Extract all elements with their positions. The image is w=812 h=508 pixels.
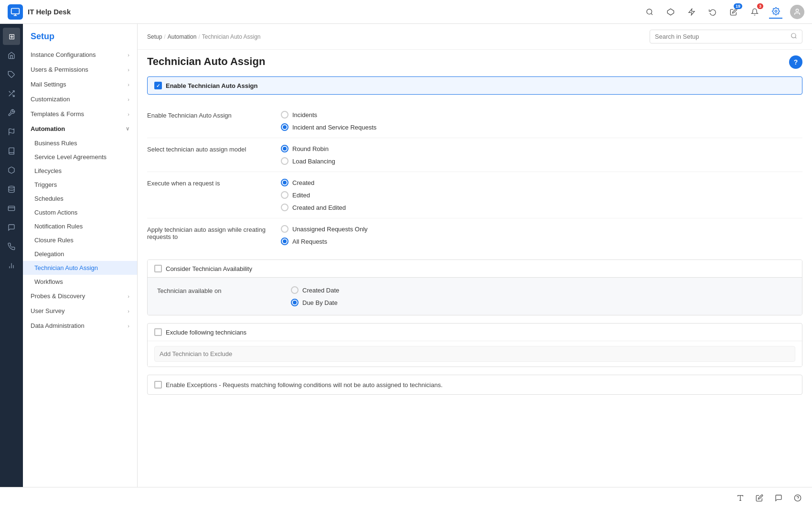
enable-technician-header[interactable]: ✓ Enable Technician Auto Assign [147, 76, 802, 95]
sidebar-item-probes-discovery[interactable]: Probes & Discovery › [23, 289, 137, 303]
radio-incidents[interactable]: Incidents [281, 111, 376, 119]
speech-bubble-icon[interactable] [772, 491, 785, 505]
zap-icon[interactable] [685, 5, 698, 19]
breadcrumb-current: Technician Auto Assign [202, 33, 261, 40]
gear-icon[interactable] [769, 5, 782, 19]
sidebar-icon-flag[interactable] [3, 123, 20, 141]
sidebar-item-data-admin[interactable]: Data Administration › [23, 318, 137, 333]
sidebar-item-users-permissions[interactable]: Users & Permissions › [23, 62, 137, 77]
breadcrumb-sep-2: / [198, 33, 200, 40]
sidebar-item-instance-config[interactable]: Instance Configurations › [23, 47, 137, 62]
chevron-right-icon: › [128, 67, 129, 73]
radio-all-requests[interactable]: All Requests [281, 238, 368, 245]
sidebar-icon-card[interactable] [3, 200, 20, 217]
diamond-icon[interactable] [664, 5, 677, 19]
radio-circle-unassigned [281, 225, 288, 233]
svg-rect-0 [11, 8, 20, 14]
svg-point-14 [9, 186, 14, 188]
sidebar-icon-book[interactable] [3, 142, 20, 160]
sidebar-icon-tool[interactable] [3, 104, 20, 121]
enable-header-label: Enable Technician Auto Assign [166, 82, 257, 89]
help-icon[interactable]: ? [789, 55, 802, 69]
sidebar-item-customization[interactable]: Customization › [23, 92, 137, 107]
radio-label-created-edited: Created and Edited [292, 204, 346, 211]
sidebar-sub-item-triggers[interactable]: Triggers [23, 178, 137, 192]
breadcrumb-setup[interactable]: Setup [147, 33, 162, 40]
exclude-header: Exclude following technicians [148, 324, 802, 341]
search-icon[interactable] [643, 5, 656, 19]
sidebar-sub-item-custom-actions[interactable]: Custom Actions [23, 205, 137, 219]
field-label-3: Execute when a request is [147, 179, 281, 187]
user-avatar[interactable] [790, 5, 804, 19]
field-label-2: Select technician auto assign model [147, 145, 281, 153]
sidebar-icon-box[interactable] [3, 162, 20, 179]
sidebar-item-automation[interactable]: Automation ∨ [23, 121, 137, 136]
chevron-right-icon: › [128, 82, 129, 87]
field-tech-available-on: Technician available on Created Date Due… [157, 284, 792, 308]
font-size-icon[interactable] [734, 491, 747, 505]
field-label-4: Apply technician auto assign while creat… [147, 225, 281, 240]
bottom-toolbar [0, 487, 812, 508]
radio-created-edited[interactable]: Created and Edited [281, 204, 346, 211]
radio-created-date[interactable]: Created Date [291, 286, 339, 294]
radio-label-incident-service: Incident and Service Requests [292, 124, 376, 131]
sidebar-icon-shuffle[interactable] [3, 85, 20, 102]
edit-icon[interactable]: 19 [727, 5, 740, 19]
sidebar-sub-item-technician-auto-assign[interactable]: Technician Auto Assign [23, 261, 137, 275]
radio-label-unassigned: Unassigned Requests Only [292, 226, 368, 233]
sidebar-icon-message[interactable] [3, 219, 20, 236]
radio-circle-created-date [291, 286, 299, 294]
sidebar-item-mail-settings[interactable]: Mail Settings › [23, 77, 137, 92]
exclude-header-label: Exclude following technicians [166, 329, 246, 336]
sidebar-icon-grid[interactable]: ⊞ [3, 28, 20, 45]
radio-created[interactable]: Created [281, 179, 346, 186]
exceptions-section: Enable Exceptions - Requests matching fo… [147, 375, 802, 395]
exceptions-checkbox[interactable] [154, 381, 162, 389]
radio-label-all-requests: All Requests [292, 238, 327, 245]
sidebar-icon-database[interactable] [3, 181, 20, 198]
radio-unassigned-only[interactable]: Unassigned Requests Only [281, 225, 368, 233]
sidebar-icon-tag[interactable] [3, 66, 20, 83]
sidebar-sub-item-business-rules[interactable]: Business Rules [23, 136, 137, 150]
sidebar-sub-item-workflows[interactable]: Workflows [23, 275, 137, 289]
radio-due-by-date[interactable]: Due By Date [291, 299, 339, 306]
sidebar-sub-item-delegation[interactable]: Delegation [23, 247, 137, 261]
app-title: IT Help Desk [28, 8, 71, 16]
sidebar-sub-item-sla[interactable]: Service Level Agreements [23, 150, 137, 164]
search-setup-input[interactable] [655, 33, 791, 40]
app-logo[interactable] [8, 4, 23, 20]
exclude-input[interactable] [154, 346, 795, 362]
sidebar-icon-phone[interactable] [3, 238, 20, 255]
enable-checkbox[interactable]: ✓ [154, 82, 162, 89]
help-bottom-icon[interactable] [791, 491, 804, 505]
field-label-1: Enable Technician Auto Assign [147, 111, 281, 119]
svg-rect-15 [8, 206, 14, 210]
bell-icon[interactable]: 3 [748, 5, 761, 19]
radio-incident-service[interactable]: Incident and Service Requests [281, 123, 376, 131]
breadcrumb-sep-1: / [164, 33, 165, 40]
sidebar-icon-home[interactable] [3, 47, 20, 64]
search-setup-container[interactable] [650, 30, 802, 43]
history-icon[interactable] [706, 5, 719, 19]
sidebar-sub-item-closure-rules[interactable]: Closure Rules [23, 233, 137, 247]
radio-circle-edited [281, 191, 288, 199]
sidebar-sub-item-notification-rules[interactable]: Notification Rules [23, 219, 137, 233]
sidebar-item-user-survey[interactable]: User Survey › [23, 303, 137, 318]
breadcrumb-automation[interactable]: Automation [168, 33, 197, 40]
field-options-4: Unassigned Requests Only All Requests [281, 225, 368, 245]
radio-load-balancing[interactable]: Load Balancing [281, 157, 335, 165]
sidebar-icon-chart[interactable] [3, 257, 20, 274]
edit-doc-icon[interactable] [753, 491, 766, 505]
sidebar-item-templates-forms[interactable]: Templates & Forms › [23, 107, 137, 121]
exclude-checkbox[interactable] [154, 328, 162, 336]
radio-round-robin[interactable]: Round Robin [281, 145, 335, 152]
exclude-body [148, 341, 802, 367]
sidebar-sub-item-schedules[interactable]: Schedules [23, 192, 137, 205]
setup-sidebar-title: Setup [23, 32, 137, 47]
chevron-right-icon: › [128, 323, 129, 329]
chevron-down-icon: ∨ [126, 126, 129, 132]
availability-checkbox[interactable] [154, 265, 162, 272]
radio-edited[interactable]: Edited [281, 191, 346, 199]
sidebar-sub-item-lifecycles[interactable]: Lifecycles [23, 164, 137, 178]
radio-label-load-balancing: Load Balancing [292, 158, 335, 165]
